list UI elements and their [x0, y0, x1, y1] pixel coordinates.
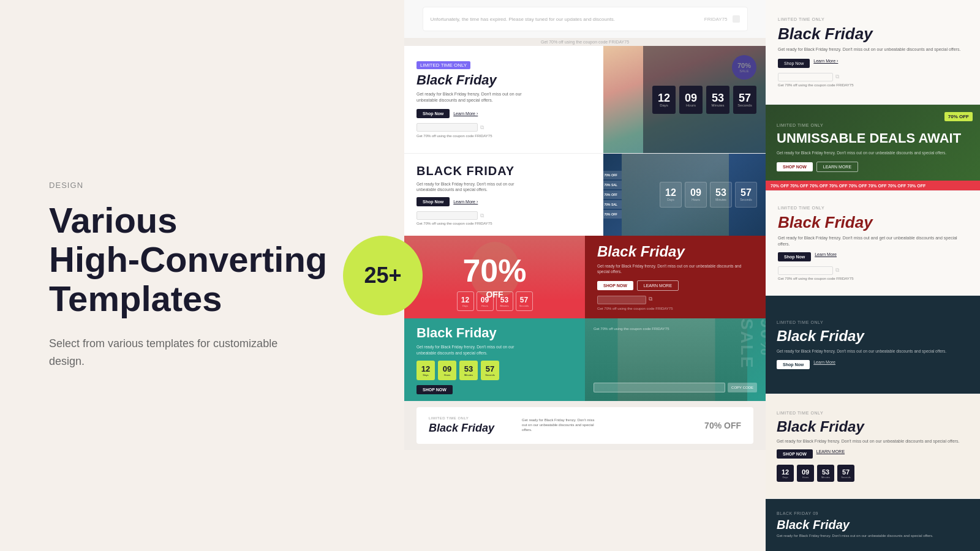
t2-hours-box: 09 Hours: [679, 86, 703, 114]
rc2-off-badge: 70% OFF: [944, 112, 973, 121]
t3-minutes-box: 53 Minutes: [710, 182, 732, 208]
rc2-title: UNMISSABLE DEALS AWAIT: [777, 131, 969, 146]
t6-description: Get ready for Black Friday frenzy. Don't…: [522, 418, 595, 432]
rc5-description: Get ready for Black Friday frenzy. Don't…: [777, 438, 969, 444]
t5-hours-box: 09 Hours: [438, 361, 456, 380]
rc1-shop-btn[interactable]: Shop Now: [778, 59, 810, 68]
t5-hours: 09: [443, 364, 451, 373]
t2-description: Get ready for Black Friday frenzy. Don't…: [417, 91, 527, 103]
t3-stripe-3: 70% OFF: [603, 190, 622, 199]
t3-hours: 09: [690, 188, 701, 198]
t5-right-panel: 90% SALE Get 70% off using the coupon co…: [585, 318, 766, 401]
rc3-learn-btn[interactable]: Learn More: [815, 252, 837, 261]
rc-template-bf09[interactable]: Black Friday 09 Black Friday Get ready f…: [766, 499, 980, 551]
rc-template-2[interactable]: LIMITED TIME ONLY UNMISSABLE DEALS AWAIT…: [766, 105, 980, 190]
rc3-coupon-input[interactable]: [778, 266, 833, 275]
t3-seconds-box: 57 Seconds: [735, 182, 757, 208]
rc4-shop-btn[interactable]: Shop Now: [777, 360, 810, 369]
t4-buttons: SHOP NOW LEARN MORE: [597, 280, 753, 291]
t2-limited-badge: LIMITED TIME ONLY: [417, 61, 470, 69]
t2-buttons: Shop Now Learn More ›: [417, 109, 591, 118]
rc5-minutes: 53: [822, 468, 829, 476]
t3-stripe-4: 70% SAL: [603, 200, 622, 209]
t5-countdown: 12 Days 09 Hours 53 Minutes 57 Seconds: [417, 361, 573, 380]
t3-countdown: 12 Days 09 Hours 53 Minutes 57 Seconds: [660, 182, 757, 208]
rc1-buttons: Shop Now Learn More ›: [778, 59, 968, 68]
t3-stripe-5: 70% OFF: [603, 210, 622, 219]
t3-right-panel: 70% OFF 70% SAL 70% OFF 70% SAL 70% OFF …: [603, 154, 766, 236]
t2-coupon-row: ⧉: [417, 123, 591, 132]
t1-content: Unfortunately, the time has expired. Ple…: [423, 7, 748, 31]
t1-coupon-line: Get 70% off using the coupon code FRIDAY…: [404, 38, 766, 46]
section-label: DESIGN: [49, 181, 368, 190]
center-templates: Unfortunately, the time has expired. Ple…: [404, 0, 766, 551]
t3-hours-lbl: Hours: [692, 198, 699, 201]
t4-shop-btn[interactable]: SHOP NOW: [597, 281, 633, 290]
t3-seconds: 57: [741, 188, 752, 198]
t2-title: Black Friday: [417, 73, 591, 88]
rc5-days: 12: [782, 468, 789, 476]
rc1-coupon-input[interactable]: [778, 73, 833, 81]
template-5[interactable]: Black Friday Get ready for Black Friday …: [404, 318, 766, 401]
t2-countdown: 12 Days 09 Hours 53 Minutes 57: [652, 86, 756, 114]
left-panel: DESIGN Various High-Converting Templates…: [0, 0, 404, 551]
template-3[interactable]: BLACK FRIDAY Get ready for Black Friday …: [404, 153, 766, 236]
count-badge: 25+: [343, 236, 423, 315]
t2-shop-btn[interactable]: Shop Now: [417, 109, 450, 118]
rc-template-4[interactable]: LIMITED TIME ONLY Black Friday Get ready…: [766, 296, 980, 394]
t6-content: LIMITED TIME ONLY Black Friday: [417, 416, 507, 435]
rc4-learn-btn[interactable]: Learn More: [813, 360, 835, 369]
t6-inner: LIMITED TIME ONLY Black Friday Get ready…: [417, 407, 753, 444]
rc5-seconds: 57: [842, 468, 850, 476]
t3-description: Get ready for Black Friday frenzy. Don't…: [417, 181, 527, 192]
t1-text: Unfortunately, the time has expired. Ple…: [431, 17, 615, 22]
t4-title: Black Friday: [597, 244, 753, 260]
rc3-shop-btn[interactable]: Shop Now: [778, 252, 811, 261]
rc2-shop-btn[interactable]: SHOP NOW: [777, 162, 813, 171]
t3-seconds-lbl: Seconds: [740, 198, 752, 201]
rc1-learn-btn[interactable]: Learn More ›: [813, 59, 838, 68]
rc3-buttons: Shop Now Learn More: [778, 252, 968, 261]
rc-bf09-label: Black Friday 09: [777, 511, 969, 515]
template-4[interactable]: 70% OFF 12 Days 09 Hours 53 Minutes 57: [404, 236, 766, 318]
t5-shop-btn[interactable]: SHOP NOW: [417, 385, 453, 394]
rc-bf09-description: Get ready for Black Friday frenzy. Don't…: [777, 534, 969, 539]
t3-copy-icon[interactable]: ⧉: [480, 212, 484, 219]
t5-title: Black Friday: [417, 325, 573, 341]
rc5-shop-btn[interactable]: SHOP NOW: [777, 449, 813, 459]
rc5-label: Limited Time Only: [777, 411, 969, 415]
rc3-copy-icon[interactable]: ⧉: [835, 267, 839, 274]
t2-learn-btn[interactable]: Learn More ›: [453, 111, 478, 116]
t3-learn-btn[interactable]: Learn More ›: [453, 200, 478, 204]
t2-copy-icon[interactable]: ⧉: [480, 124, 484, 131]
rc5-countdown: 12 Days 09 Hours 53 Minutes 57 Seconds: [777, 465, 969, 482]
t4-off: OFF: [462, 290, 526, 299]
t2-days-label: Days: [660, 103, 668, 107]
t2-coupon-input[interactable]: [417, 123, 478, 132]
rc5-minutes-box: 53 Minutes: [817, 465, 834, 482]
rc-template-3[interactable]: LIMITED TIME ONLY Black Friday Get ready…: [766, 191, 980, 295]
rc3-coupon-row: ⧉: [778, 266, 968, 275]
rc3-title: Black Friday: [778, 214, 968, 231]
t3-days: 12: [665, 188, 676, 198]
rc1-description: Get ready for Black Friday frenzy. Don't…: [778, 47, 968, 53]
t3-stripes: 70% OFF 70% SAL 70% OFF 70% SAL 70% OFF: [603, 154, 622, 236]
t3-title: BLACK FRIDAY: [417, 164, 591, 178]
rc3-label: LIMITED TIME ONLY: [778, 206, 968, 210]
rc5-learn-btn[interactable]: LEARN MORE: [816, 449, 845, 459]
rc1-coupon-row: ⧉: [778, 73, 968, 81]
rc-template-5[interactable]: Limited Time Only Black Friday Get ready…: [766, 394, 980, 498]
rc-template-1[interactable]: LIMITED TIME ONLY Black Friday Get ready…: [766, 0, 980, 104]
template-2[interactable]: LIMITED TIME ONLY Black Friday Get ready…: [404, 46, 766, 153]
t4-learn-btn[interactable]: LEARN MORE: [637, 280, 679, 291]
rc2-learn-btn[interactable]: LEARN MORE: [816, 162, 858, 172]
t3-coupon-input[interactable]: [417, 211, 478, 220]
t4-copy-icon[interactable]: ⧉: [649, 296, 652, 304]
t2-seconds-box: 57 Seconds: [733, 86, 756, 114]
t4-coupon-input[interactable]: [597, 296, 646, 304]
rc1-copy-icon[interactable]: ⧉: [835, 73, 839, 80]
rc5-hours-box: 09 Hours: [797, 465, 814, 482]
t3-shop-btn[interactable]: Shop Now: [417, 197, 450, 206]
t5-copy-btn[interactable]: COPY CODE: [728, 383, 757, 392]
t5-coupon-input[interactable]: [594, 383, 725, 392]
